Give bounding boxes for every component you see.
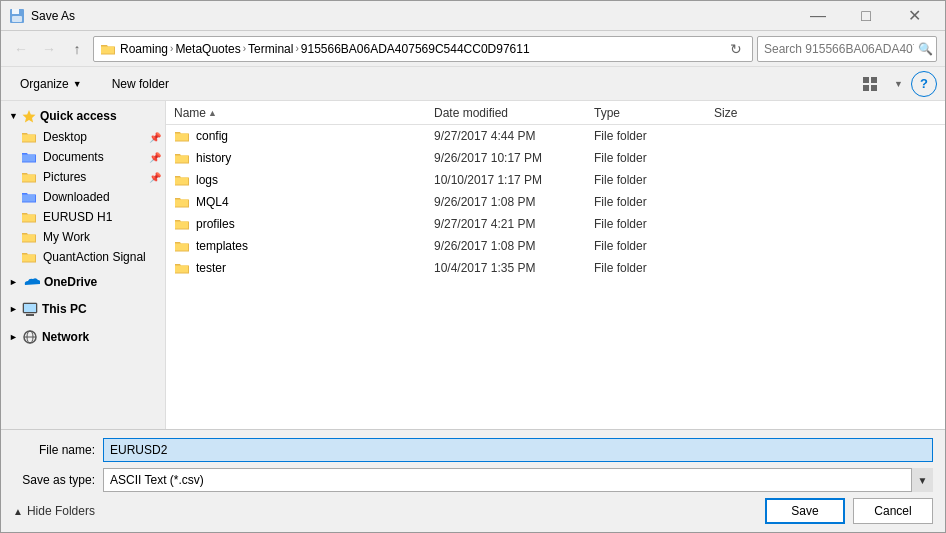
row-date: 9/26/2017 1:08 PM [434,195,594,209]
search-icon: 🔍 [918,42,933,56]
onedrive-icon [22,276,40,288]
filename-input[interactable] [103,438,933,462]
file-name-cell: MQL4 [174,195,434,209]
cancel-button[interactable]: Cancel [853,498,933,524]
crumb-metaquotes[interactable]: MetaQuotes [175,42,240,56]
back-icon: ← [14,41,28,57]
downloaded-folder-icon [21,190,37,204]
row-name: tester [196,261,226,275]
up-button[interactable]: ↑ [65,37,89,61]
forward-button[interactable]: → [37,37,61,61]
documents-label: Documents [43,150,104,164]
svg-rect-10 [24,304,36,312]
crumb-terminal[interactable]: Terminal [248,42,293,56]
col-header-date[interactable]: Date modified [434,106,594,120]
table-row[interactable]: logs 10/10/2017 1:17 PM File folder [166,169,945,191]
sidebar: ▼ Quick access Desktop 📌 [1,101,166,429]
row-type: File folder [594,129,714,143]
back-button[interactable]: ← [9,37,33,61]
row-name: MQL4 [196,195,229,209]
new-folder-button[interactable]: New folder [101,72,180,96]
main-content: ▼ Quick access Desktop 📌 [1,101,945,429]
thispc-chevron-icon: ► [9,304,18,314]
col-header-name[interactable]: Name ▲ [174,106,434,120]
view-icon [862,76,878,92]
eurusd-label: EURUSD H1 [43,210,112,224]
crumb-roaming[interactable]: Roaming [120,42,168,56]
sidebar-header-thispc[interactable]: ► This PC [1,297,165,321]
table-row[interactable]: templates 9/26/2017 1:08 PM File folder [166,235,945,257]
row-date: 9/26/2017 1:08 PM [434,239,594,253]
col-header-size[interactable]: Size [714,106,794,120]
sidebar-header-onedrive[interactable]: ► OneDrive [1,271,165,293]
close-button[interactable]: ✕ [891,1,937,31]
sidebar-item-pictures[interactable]: Pictures 📌 [1,167,165,187]
savetype-label: Save as type: [13,473,103,487]
svg-rect-4 [871,77,877,83]
savetype-select[interactable]: ASCII Text (*.csv) [103,468,933,492]
row-type: File folder [594,195,714,209]
file-list: Name ▲ Date modified Type Size c [166,101,945,429]
filename-row: File name: [13,438,933,462]
minimize-button[interactable]: — [795,1,841,31]
network-chevron-icon: ► [9,332,18,342]
action-bar: Organize ▼ New folder ▼ ? [1,67,945,101]
network-label: Network [42,330,89,344]
search-bar[interactable]: 🔍 [757,36,937,62]
row-type: File folder [594,173,714,187]
col-date-label: Date modified [434,106,508,120]
hide-folders-toggle[interactable]: ▲ Hide Folders [13,504,95,518]
pictures-label: Pictures [43,170,86,184]
table-row[interactable]: MQL4 9/26/2017 1:08 PM File folder [166,191,945,213]
crumb-sep-3: › [295,43,298,54]
address-crumbs: Roaming › MetaQuotes › Terminal › 915566… [120,42,722,56]
savetype-row: Save as type: ASCII Text (*.csv) ▼ [13,468,933,492]
row-date: 9/26/2017 10:17 PM [434,151,594,165]
sidebar-item-documents[interactable]: Documents 📌 [1,147,165,167]
save-button[interactable]: Save [765,498,845,524]
row-folder-icon [174,217,190,231]
onedrive-label: OneDrive [44,275,97,289]
sidebar-item-quantaction[interactable]: QuantAction Signal [1,247,165,267]
table-row[interactable]: profiles 9/27/2017 4:21 PM File folder [166,213,945,235]
address-folder-icon [100,42,116,56]
sidebar-item-mywork[interactable]: My Work [1,227,165,247]
refresh-icon: ↻ [730,41,742,57]
file-name-cell: tester [174,261,434,275]
search-input[interactable] [764,42,914,56]
table-row[interactable]: history 9/26/2017 10:17 PM File folder [166,147,945,169]
table-row[interactable]: tester 10/4/2017 1:35 PM File folder [166,257,945,279]
downloaded-label: Downloaded [43,190,110,204]
crumb-sep-1: › [170,43,173,54]
svg-rect-3 [863,77,869,83]
sidebar-item-eurusd[interactable]: EURUSD H1 [1,207,165,227]
sidebar-item-downloaded[interactable]: Downloaded [1,187,165,207]
col-header-type[interactable]: Type [594,106,714,120]
row-folder-icon [174,239,190,253]
onedrive-chevron-icon: ► [9,277,18,287]
refresh-button[interactable]: ↻ [726,39,746,59]
cancel-label: Cancel [874,504,911,518]
crumb-guid[interactable]: 915566BA06ADA407569C544CC0D97611 [301,42,530,56]
new-folder-label: New folder [112,77,169,91]
hide-folders-label: Hide Folders [27,504,95,518]
svg-rect-5 [863,85,869,91]
maximize-button[interactable]: □ [843,1,889,31]
sidebar-header-quick-access[interactable]: ▼ Quick access [1,105,165,127]
row-name: config [196,129,228,143]
savetype-wrapper: ASCII Text (*.csv) ▼ [103,468,933,492]
sidebar-item-desktop[interactable]: Desktop 📌 [1,127,165,147]
sidebar-header-network[interactable]: ► Network [1,325,165,349]
sidebar-section-onedrive: ► OneDrive [1,271,165,293]
view-toggle-button[interactable] [856,72,884,96]
help-button[interactable]: ? [911,71,937,97]
documents-folder-icon [21,150,37,164]
table-row[interactable]: config 9/27/2017 4:44 PM File folder [166,125,945,147]
desktop-pin-icon: 📌 [149,132,161,143]
sidebar-section-quick-access: ▼ Quick access Desktop 📌 [1,105,165,267]
organize-button[interactable]: Organize ▼ [9,72,93,96]
row-date: 10/4/2017 1:35 PM [434,261,594,275]
mywork-folder-icon [21,230,37,244]
address-bar[interactable]: Roaming › MetaQuotes › Terminal › 915566… [93,36,753,62]
row-folder-icon [174,173,190,187]
